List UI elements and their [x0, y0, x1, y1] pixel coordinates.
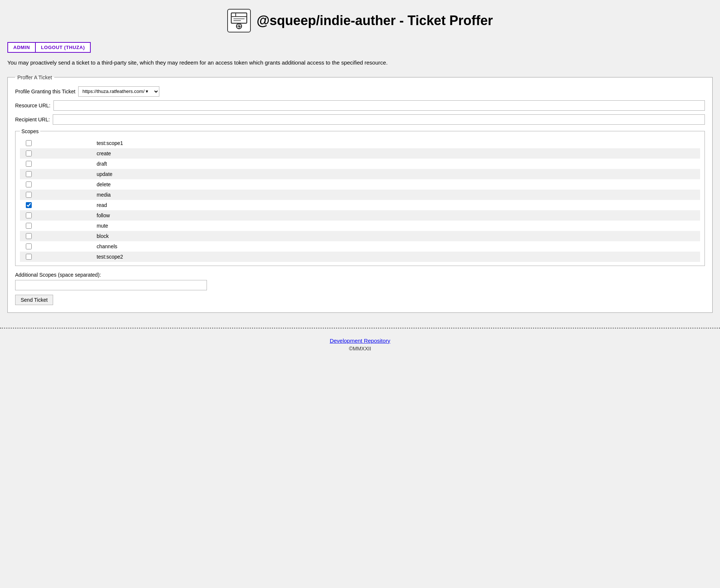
recipient-input[interactable]	[53, 114, 705, 125]
scope-checkbox-block[interactable]	[26, 233, 32, 239]
page-description: You may proactively send a ticket to a t…	[0, 59, 443, 75]
scope-name-follow: follow	[97, 212, 697, 218]
scope-name-mute: mute	[97, 223, 697, 229]
page-header: @squeep/indie-auther - Ticket Proffer	[0, 0, 720, 38]
scope-name-read: read	[97, 202, 697, 208]
svg-rect-0	[231, 13, 247, 23]
scope-row: update	[20, 169, 700, 179]
scope-row: delete	[20, 179, 700, 190]
admin-button[interactable]: Admin	[7, 42, 35, 53]
scope-name-block: block	[97, 233, 697, 239]
scope-checkbox-read[interactable]	[26, 202, 32, 208]
navigation: Admin Logout (Thuza)	[0, 38, 720, 59]
scope-row: follow	[20, 210, 700, 221]
send-ticket-button[interactable]: Send Ticket	[15, 295, 53, 305]
scopes-fieldset: Scopes test:scope1createdraftupdatedelet…	[15, 128, 705, 266]
additional-scopes-label: Additional Scopes (space separated):	[15, 272, 705, 278]
profile-select[interactable]: https://thuza.ratfeathers.com/ ▾	[78, 86, 159, 97]
scope-name-draft: draft	[97, 161, 697, 167]
page-footer: Development Repository ©MMXXII	[0, 335, 720, 359]
scopes-container: test:scope1createdraftupdatedeletemediar…	[20, 138, 700, 262]
resource-row: Resource URL:	[15, 100, 705, 111]
scope-name-media: media	[97, 192, 697, 198]
logout-button[interactable]: Logout (Thuza)	[35, 42, 91, 53]
scope-checkbox-test:scope1[interactable]	[26, 140, 32, 146]
scope-name-create: create	[97, 151, 697, 156]
recipient-row: Recipient URL:	[15, 114, 705, 125]
copyright: ©MMXXII	[349, 346, 371, 352]
page-divider	[0, 328, 720, 329]
scope-row: test:scope1	[20, 138, 700, 148]
scope-name-delete: delete	[97, 181, 697, 187]
scope-name-update: update	[97, 171, 697, 177]
scope-row: test:scope2	[20, 252, 700, 262]
scope-checkbox-media[interactable]	[26, 192, 32, 198]
scope-checkbox-test:scope2[interactable]	[26, 254, 32, 260]
scope-name-test:scope2: test:scope2	[97, 254, 697, 260]
profile-label: Profile Granting this Ticket	[15, 89, 75, 94]
proffer-ticket-form: Proffer A Ticket Profile Granting this T…	[7, 75, 713, 313]
scope-row: media	[20, 190, 700, 200]
dev-repo-link[interactable]: Development Repository	[7, 338, 713, 344]
scope-checkbox-channels[interactable]	[26, 243, 32, 249]
form-legend: Proffer A Ticket	[15, 75, 54, 80]
scope-checkbox-follow[interactable]	[26, 212, 32, 218]
scope-row: draft	[20, 159, 700, 169]
resource-input[interactable]	[53, 100, 705, 111]
resource-label: Resource URL:	[15, 103, 51, 108]
page-title: @squeep/indie-auther - Ticket Proffer	[257, 13, 493, 28]
profile-row: Profile Granting this Ticket https://thu…	[15, 86, 705, 97]
scope-name-test:scope1: test:scope1	[97, 140, 697, 146]
additional-scopes-input[interactable]	[15, 280, 207, 290]
scope-checkbox-draft[interactable]	[26, 161, 32, 167]
app-icon	[227, 9, 251, 32]
scope-checkbox-mute[interactable]	[26, 223, 32, 229]
scope-row: channels	[20, 241, 700, 252]
description-text: You may proactively send a ticket to a t…	[7, 59, 435, 67]
recipient-label: Recipient URL:	[15, 117, 50, 122]
scope-name-channels: channels	[97, 243, 697, 249]
main-content: Proffer A Ticket Profile Granting this T…	[0, 75, 720, 320]
scopes-legend: Scopes	[20, 128, 40, 134]
scope-checkbox-create[interactable]	[26, 151, 32, 156]
scope-checkbox-delete[interactable]	[26, 181, 32, 187]
scope-row: create	[20, 148, 700, 159]
scope-checkbox-update[interactable]	[26, 171, 32, 177]
scope-row: mute	[20, 221, 700, 231]
scope-row: read	[20, 200, 700, 210]
scope-row: block	[20, 231, 700, 241]
